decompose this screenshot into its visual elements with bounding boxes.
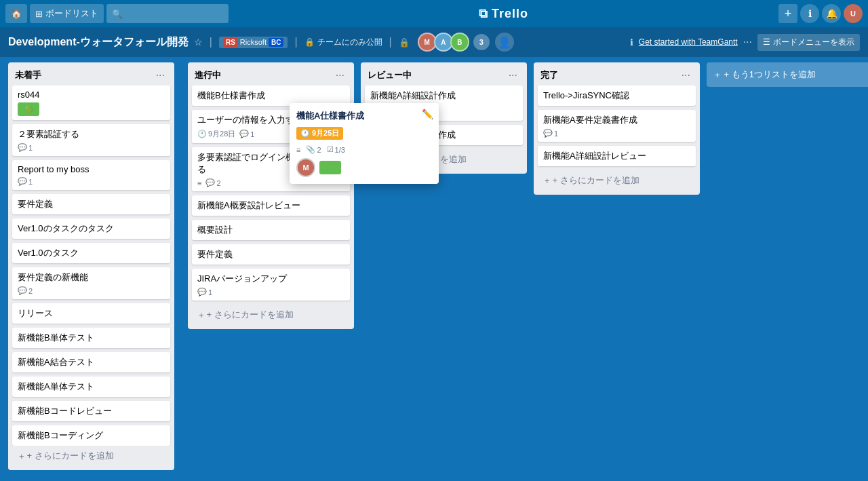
- list-title-3: レビュー中: [368, 69, 412, 81]
- header-right: ℹ Get started with TeamGantt ··· ☰ ボードメニ…: [630, 34, 860, 51]
- list-header-4: 完了 ···: [534, 62, 700, 85]
- table-row[interactable]: 要件定義: [192, 244, 350, 265]
- card-meta: 💬 1: [18, 177, 165, 186]
- menu-icon: ☰: [763, 37, 770, 47]
- member-avatar-3[interactable]: B: [450, 33, 469, 52]
- popup-title: 機能A仕様書作成: [296, 110, 432, 122]
- card-meta: 💬 1: [543, 129, 690, 138]
- nav-right: + ℹ 🔔 U: [778, 4, 863, 23]
- list-未着手: 未着手 ··· rs044 🟢 ２要素認証する 💬 1 Report to my…: [8, 62, 174, 470]
- star-button[interactable]: ☆: [194, 37, 203, 47]
- table-row[interactable]: 概要設計: [192, 220, 350, 240]
- table-row[interactable]: 新機能A単体テスト: [12, 377, 170, 397]
- plus-icon: +: [199, 310, 204, 320]
- table-row[interactable]: 新機能A概要設計レビュー: [192, 195, 350, 216]
- add-card-btn-2[interactable]: + + さらにカードを追加: [192, 305, 350, 325]
- card-meta: 🟢: [18, 102, 165, 116]
- board-content: 未着手 ··· rs044 🟢 ２要素認証する 💬 1 Report to my…: [0, 57, 868, 481]
- gantt-link[interactable]: Get started with TeamGantt: [639, 37, 738, 47]
- list-cards-4: Trello->JiraSYNC確認 新機能A要件定義書作成 💬 1 新機能A詳…: [534, 85, 700, 170]
- rs-badge: RS: [223, 38, 238, 47]
- table-row[interactable]: 新機能A結合テスト: [12, 352, 170, 372]
- top-nav: 🏠 ⊞ ボードリスト ⧉ Trello + ℹ 🔔 U: [0, 0, 868, 27]
- add-card-btn-1[interactable]: + + さらにカードを追加: [12, 446, 170, 466]
- card-meta: 💬 1: [197, 288, 344, 296]
- popup-meta: ≡ 📎 2 ☑ 1/3: [296, 145, 432, 154]
- bc-badge: BC: [269, 38, 283, 47]
- list-進行中: 進行中 ··· 機能B仕様書作成 ユーザーの情報を入力する 🕐 9月28日 💬 …: [188, 62, 354, 329]
- table-row[interactable]: 新機能A要件定義書作成 💬 1: [538, 110, 696, 142]
- add-member-button[interactable]: 👤: [495, 33, 514, 52]
- more-options[interactable]: ···: [743, 36, 752, 48]
- visibility-badge[interactable]: 🔒 チームにのみ公開: [304, 37, 382, 48]
- popup-green-badge: [319, 161, 341, 174]
- list-title-1: 未着手: [15, 69, 41, 81]
- list-title-4: 完了: [540, 69, 558, 81]
- add-list-button[interactable]: + + もう1つリストを追加: [707, 62, 868, 87]
- member-avatars: M A B 3: [418, 33, 490, 52]
- table-row[interactable]: リリース: [12, 303, 170, 324]
- member-count: 3: [473, 34, 490, 50]
- plus-icon: +: [715, 70, 720, 80]
- table-row[interactable]: Report to my boss 💬 1: [12, 160, 170, 190]
- list-header-2: 進行中 ···: [188, 62, 354, 85]
- board-list-button[interactable]: ⊞ ボードリスト: [30, 4, 104, 23]
- table-row[interactable]: rs044 🟢: [12, 85, 170, 120]
- table-row[interactable]: Trello->JiraSYNC確認: [538, 85, 696, 106]
- trello-logo: ⧉ Trello: [231, 7, 776, 21]
- search-input[interactable]: [106, 4, 229, 23]
- table-row[interactable]: Ver1.0のタスク: [12, 243, 170, 263]
- board-list-icon: ⊞: [35, 9, 43, 19]
- home-button[interactable]: 🏠: [5, 4, 27, 23]
- list-header-3: レビュー中 ···: [361, 62, 527, 85]
- list-menu-btn-1[interactable]: ···: [153, 68, 167, 83]
- list-完了: 完了 ··· Trello->JiraSYNC確認 新機能A要件定義書作成 💬 …: [534, 62, 700, 195]
- table-row[interactable]: 要件定義の新機能 💬 2: [12, 267, 170, 299]
- popup-avatars: M: [296, 158, 432, 177]
- card-meta: 💬 1: [18, 143, 165, 152]
- board-header: Development-ウォータフォール開発 ☆ | RS Ricksoft B…: [0, 27, 868, 57]
- info-button[interactable]: ℹ: [800, 4, 819, 23]
- table-row[interactable]: 要件定義: [12, 194, 170, 214]
- team-badge[interactable]: RS Ricksoft BC: [219, 37, 288, 48]
- table-row[interactable]: 新機能B単体テスト: [12, 328, 170, 348]
- person-icon: 👤: [498, 36, 511, 49]
- board-title: Development-ウォータフォール開発: [8, 35, 189, 50]
- lock-icon: 🔒: [399, 37, 410, 47]
- table-row[interactable]: 新機能A詳細設計レビュー: [538, 146, 696, 166]
- popup-edit-button[interactable]: ✏️: [422, 109, 433, 119]
- list-menu-btn-3[interactable]: ···: [506, 68, 520, 83]
- table-row[interactable]: 新機能Bコーディング: [12, 425, 170, 446]
- green-badge: 🟢: [18, 102, 39, 116]
- plus-icon: +: [545, 176, 550, 186]
- table-row[interactable]: 新機能Bコードレビュー: [12, 401, 170, 421]
- list-menu-btn-4[interactable]: ···: [679, 68, 693, 83]
- table-row[interactable]: Ver1.0のタスクのタスク: [12, 218, 170, 239]
- list-title-2: 進行中: [195, 69, 221, 81]
- popup-date-badge: 🕐 9月25日: [296, 127, 343, 140]
- list-menu-btn-2[interactable]: ···: [333, 68, 347, 83]
- add-card-btn-4[interactable]: + + さらにカードを追加: [538, 170, 696, 191]
- card-meta: 💬 2: [18, 286, 165, 295]
- popup-avatar-1[interactable]: M: [296, 158, 315, 177]
- plus-icon: +: [19, 451, 24, 461]
- table-row[interactable]: JIRAバージョンアップ 💬 1: [192, 269, 350, 301]
- board-menu-button[interactable]: ☰ ボードメニューを表示: [757, 34, 860, 51]
- plus-button[interactable]: +: [778, 4, 797, 23]
- table-row[interactable]: ２要素認証する 💬 1: [12, 124, 170, 156]
- notification-button[interactable]: 🔔: [822, 4, 841, 23]
- list-cards-1: rs044 🟢 ２要素認証する 💬 1 Report to my boss 💬 …: [8, 85, 174, 446]
- card-popup: 機能A仕様書作成 🕐 9月25日 ✏️ ≡ 📎 2 ☑ 1/3 M: [290, 103, 439, 184]
- clock-icon: 🕐: [300, 129, 310, 138]
- user-avatar[interactable]: U: [844, 4, 863, 23]
- list-header-1: 未着手 ···: [8, 62, 174, 85]
